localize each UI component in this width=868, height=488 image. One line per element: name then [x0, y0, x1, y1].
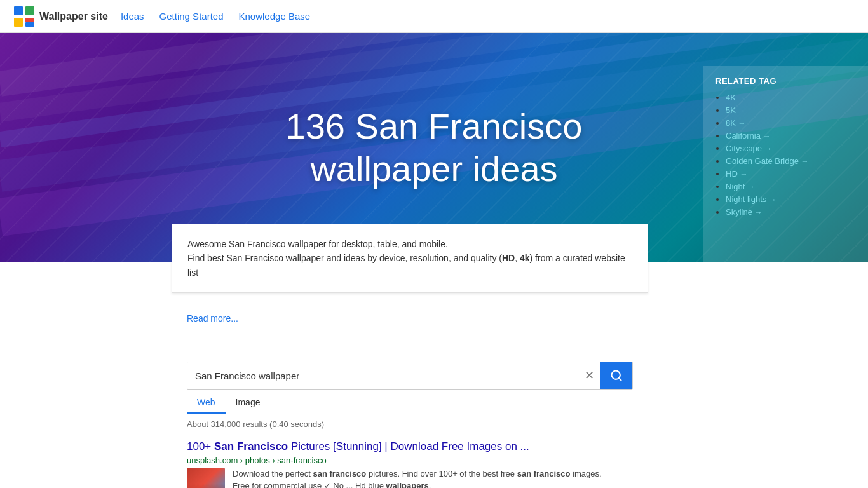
related-tag-item-golden-gate: Golden Gate Bridge → [726, 156, 855, 166]
related-tag-item-night-lights: Night lights → [726, 194, 855, 204]
description-box: Awesome San Francisco wallpaper for desk… [172, 224, 648, 293]
result-item-1: 100+ San Francisco Pictures [Stunning] |… [187, 439, 633, 488]
search-bar: ✕ [187, 362, 633, 390]
hero-title: 136 San Francisco wallpaper ideas [286, 105, 583, 190]
related-tag-item-night: Night → [726, 181, 855, 191]
search-input[interactable] [187, 362, 578, 389]
read-more-link[interactable]: Read more... [172, 303, 868, 323]
navbar: Wallpaper site Ideas Getting Started Kno… [0, 0, 868, 33]
search-tabs: Web Image [187, 392, 633, 414]
nav-link-knowledge-base[interactable]: Knowledge Base [239, 11, 311, 22]
tab-image[interactable]: Image [226, 392, 271, 414]
related-tag-link-hd[interactable]: HD → [726, 169, 747, 179]
close-icon: ✕ [585, 369, 594, 383]
hero-title-line2: wallpaper ideas [310, 149, 557, 189]
svg-line-6 [619, 378, 621, 381]
related-tag-link-cityscape[interactable]: Cityscape → [726, 144, 772, 153]
search-section: ✕ Web Image About 314,000 results (0.40 … [172, 362, 648, 488]
svg-rect-0 [14, 6, 23, 15]
related-tag-item-hd: HD → [726, 168, 855, 179]
result-thumbnail-1 [187, 468, 225, 488]
logo-icon [13, 5, 36, 28]
navbar-links: Ideas Getting Started Knowledge Base [121, 11, 310, 22]
related-tag-item-4k: 4K → [726, 92, 855, 102]
description-line2: Find best San Francisco wallpaper and id… [187, 253, 625, 277]
related-tag-link-night-lights[interactable]: Night lights → [726, 194, 776, 204]
related-tag-list: 4K → 5K → 8K → California → Cityscape → … [715, 92, 855, 217]
svg-rect-4 [25, 22, 34, 27]
description-line1: Awesome San Francisco wallpaper for desk… [187, 239, 448, 249]
result-title-1[interactable]: 100+ San Francisco Pictures [Stunning] |… [187, 440, 529, 452]
related-tag-link-5k[interactable]: 5K → [726, 105, 746, 115]
navbar-logo[interactable]: Wallpaper site [13, 5, 108, 28]
related-tag-item-skyline: Skyline → [726, 207, 855, 217]
navbar-brand: Wallpaper site [39, 11, 108, 22]
search-clear-button[interactable]: ✕ [578, 369, 600, 383]
thumb-bridge-overlay [187, 484, 225, 488]
related-tag-link-night[interactable]: Night → [726, 182, 755, 191]
related-tag-item-california: California → [726, 130, 855, 140]
nav-link-getting-started[interactable]: Getting Started [159, 11, 224, 22]
related-tag-heading: RELATED TAG [715, 76, 855, 86]
related-tag-item-cityscape: Cityscape → [726, 143, 855, 153]
nav-link-ideas[interactable]: Ideas [121, 11, 144, 22]
search-submit-button[interactable] [600, 362, 632, 390]
results-info: About 314,000 results (0.40 seconds) [187, 414, 633, 434]
hero-title-line1: 136 San Francisco [286, 106, 583, 146]
svg-rect-3 [25, 18, 34, 22]
related-tag-link-4k[interactable]: 4K → [726, 93, 746, 102]
related-tag-item-8k: 8K → [726, 118, 855, 128]
tab-web[interactable]: Web [187, 392, 226, 414]
related-tag-panel: RELATED TAG 4K → 5K → 8K → California → … [703, 66, 868, 262]
result-url-1: unsplash.com › photos › san-francisco [187, 456, 633, 465]
related-tag-item-5k: 5K → [726, 105, 855, 115]
svg-rect-1 [25, 6, 34, 15]
description-text: Awesome San Francisco wallpaper for desk… [187, 237, 632, 280]
search-results: 100+ San Francisco Pictures [Stunning] |… [187, 439, 633, 488]
related-tag-link-california[interactable]: California → [726, 131, 771, 140]
related-tag-link-golden-gate[interactable]: Golden Gate Bridge → [726, 156, 809, 166]
search-icon [610, 369, 623, 382]
result-body-1: Download the perfect san francisco pictu… [187, 468, 633, 488]
svg-rect-2 [14, 18, 23, 27]
related-tag-link-skyline[interactable]: Skyline → [726, 207, 763, 217]
result-desc-1: Download the perfect san francisco pictu… [233, 468, 602, 488]
related-tag-link-8k[interactable]: 8K → [726, 118, 746, 128]
